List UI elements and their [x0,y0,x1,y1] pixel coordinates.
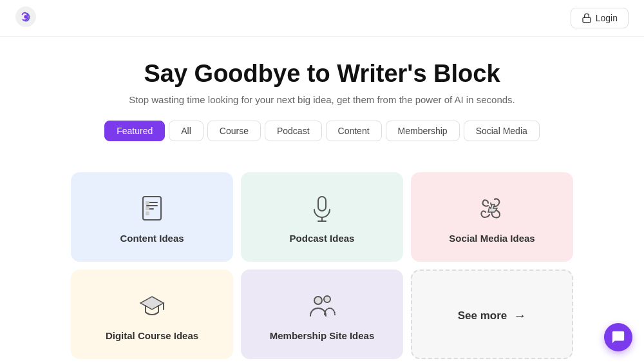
card-digital-course-ideas[interactable]: Digital Course Ideas [71,270,233,359]
chat-bubble-button[interactable] [604,323,632,351]
tab-membership[interactable]: Membership [386,121,460,141]
card-content-ideas[interactable]: Content Ideas [71,172,233,262]
arrow-right-icon: → [513,308,526,323]
svg-point-16 [324,296,330,302]
tab-content[interactable]: Content [326,121,382,141]
tab-social-media[interactable]: Social Media [464,121,540,141]
card-social-media-ideas[interactable]: Social Media Ideas [411,172,573,262]
svg-rect-8 [146,206,149,210]
svg-point-15 [314,297,322,304]
svg-marker-13 [140,297,164,309]
tab-course[interactable]: Course [207,121,261,141]
content-ideas-label: Content Ideas [120,233,184,244]
svg-rect-10 [318,197,326,211]
tab-featured[interactable]: Featured [104,121,165,141]
header: Login [0,0,644,37]
login-button[interactable]: Login [571,8,629,28]
podcast-ideas-label: Podcast Ideas [290,233,355,244]
tab-podcast[interactable]: Podcast [265,121,322,141]
card-see-more[interactable]: See more → [411,270,573,359]
digital-course-ideas-icon [137,290,167,321]
membership-site-ideas-label: Membership Site Ideas [270,330,375,341]
podcast-ideas-icon [307,193,337,224]
content-ideas-icon [137,193,167,224]
chat-icon [611,330,625,344]
footer: Terms of Service Privacy Policy Built by… [0,359,644,363]
see-more-content: See more → [458,308,527,323]
membership-site-ideas-icon [307,290,337,321]
svg-rect-9 [146,211,149,215]
hero-section: Say Goodbye to Writer's Block Stop wasti… [0,37,644,172]
svg-rect-2 [583,17,591,22]
social-media-ideas-icon [477,193,507,224]
filter-tabs: Featured All Course Podcast Content Memb… [13,121,631,141]
logo [15,6,36,30]
hero-subtitle: Stop wasting time looking for your next … [13,94,631,105]
svg-rect-7 [146,201,149,205]
digital-course-ideas-label: Digital Course Ideas [106,330,198,341]
hero-title: Say Goodbye to Writer's Block [13,60,631,88]
see-more-label: See more [458,309,507,322]
card-podcast-ideas[interactable]: Podcast Ideas [241,172,403,262]
card-membership-site-ideas[interactable]: Membership Site Ideas [241,270,403,359]
login-label: Login [596,13,618,23]
ideas-grid: Content Ideas Podcast Ideas Social [58,172,586,359]
tab-all[interactable]: All [169,121,204,141]
social-media-ideas-label: Social Media Ideas [449,233,535,244]
svg-point-1 [24,15,27,18]
